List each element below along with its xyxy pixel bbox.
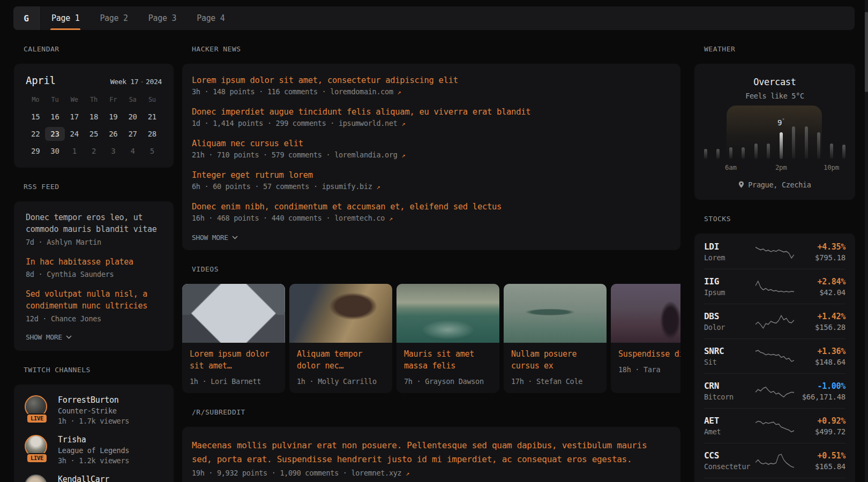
calendar-month: April	[26, 74, 56, 86]
reddit-section-label: /R/SUBREDDIT	[182, 408, 680, 416]
reddit-post-title[interactable]: Maecenas mollis pulvinar erat non posuer…	[192, 439, 671, 467]
stock-price: $66,171.48	[794, 393, 845, 401]
calendar-day: 29	[26, 144, 45, 158]
video-card[interactable]: Mauris sit amet massa felis 7h · Grayson…	[396, 284, 499, 393]
page-scrollbar-thumb[interactable]	[865, 12, 868, 92]
stock-name: Consectetur	[704, 462, 755, 471]
twitch-channel-name: KendallCarr	[58, 475, 109, 482]
stock-symbol: CCS	[704, 450, 755, 461]
twitch-channel-name: ForrestBurton	[58, 395, 129, 405]
hackernews-item-title[interactable]: Integer eget rutrum lorem	[192, 170, 671, 180]
videos-section-label: VIDEOS	[182, 265, 680, 273]
tab-page-3[interactable]: Page 3	[148, 6, 176, 30]
weather-bar	[729, 147, 732, 159]
video-card-body: Mauris sit amet massa felis 7h · Grayson…	[396, 343, 499, 393]
weather-time-label: 2pm	[775, 163, 787, 171]
stock-row[interactable]: SNRC Sit +1.36% $148.64	[704, 338, 845, 373]
calendar-day: 20	[123, 110, 142, 124]
calendar-separator: ·	[138, 78, 146, 86]
stock-change: +0.92%	[794, 416, 845, 426]
rss-item-title[interactable]: In hac habitasse platea	[26, 257, 162, 268]
calendar-day: 24	[65, 127, 84, 141]
tab-page-2[interactable]: Page 2	[100, 6, 128, 30]
dashboard-columns: CALENDAR April Week 17·2024 MoTuWeThFrSa…	[14, 30, 855, 482]
app-logo[interactable]: G	[13, 6, 39, 30]
rss-show-more-button[interactable]: SHOW MORE	[26, 333, 162, 341]
calendar-day: 1	[65, 144, 84, 158]
weather-bar	[767, 144, 770, 159]
calendar-section-label: CALENDAR	[14, 45, 174, 53]
stock-row[interactable]: DBS Dolor +1.42% $156.28	[704, 304, 845, 338]
meta-text[interactable]: 16h · 468 points · 440 comments · loremt…	[192, 214, 385, 222]
stock-change: +0.51%	[794, 451, 845, 461]
calendar-day: 15	[26, 110, 45, 124]
page-tabs: Page 1 Page 2 Page 3 Page 4	[40, 6, 225, 30]
video-thumbnail	[504, 284, 607, 343]
stock-sparkline	[755, 277, 794, 296]
hackernews-item-title[interactable]: Lorem ipsum dolor sit amet, consectetur …	[192, 76, 671, 85]
reddit-post-meta: 19h · 9,932 points · 1,090 comments · lo…	[192, 469, 671, 477]
calendar-day: 22	[26, 127, 45, 141]
rss-item-title[interactable]: Sed volutpat nulla nisl, a condimentum n…	[26, 289, 162, 312]
stock-values: +2.84% $42.04	[794, 277, 845, 297]
stock-name: Dolor	[704, 323, 755, 332]
video-card[interactable]: Suspendisse diam 18h · Tara	[611, 284, 680, 393]
hackernews-item-meta: 16h · 468 points · 440 comments · loremt…	[192, 214, 671, 222]
stock-values: +0.92% $499.72	[794, 416, 845, 436]
meta-text[interactable]: 1d · 1,414 points · 299 comments · ipsum…	[192, 119, 398, 127]
stock-row[interactable]: CRN Bitcorn -1.00% $66,171.48	[704, 373, 845, 408]
calendar-day: 17	[65, 110, 84, 124]
twitch-channel-viewers: 1h · 1.7k viewers	[58, 417, 129, 425]
meta-text[interactable]: 19h · 9,932 points · 1,090 comments · lo…	[192, 469, 401, 477]
calendar-year: 2024	[146, 78, 162, 86]
meta-text[interactable]: 21h · 710 points · 579 comments · loreml…	[192, 150, 398, 159]
external-link-icon: ↗	[398, 88, 401, 96]
hackernews-section-label: HACKER NEWS	[182, 45, 680, 53]
stock-price: $156.28	[794, 323, 845, 332]
stock-row[interactable]: CCS Consectetur +0.51% $165.84	[704, 443, 845, 478]
hackernews-show-more-button[interactable]: SHOW MORE	[192, 234, 671, 242]
twitch-channel-row[interactable]: KendallCarr	[25, 475, 163, 482]
tab-page-4[interactable]: Page 4	[197, 6, 225, 30]
tab-page-1[interactable]: Page 1	[51, 6, 79, 30]
stock-values: +4.35% $795.18	[794, 242, 845, 262]
stock-sparkline	[755, 451, 794, 470]
hackernews-item-meta: 6h · 60 points · 57 comments · ipsumify.…	[192, 182, 671, 191]
stock-change: +4.35%	[794, 242, 845, 252]
stock-row[interactable]: LDI Lorem +4.35% $795.18	[704, 235, 845, 269]
calendar-day: 3	[103, 144, 123, 158]
hackernews-item: Aliquam nec cursus elit 21h · 710 points…	[192, 139, 671, 159]
stock-row[interactable]: IIG Ipsum +2.84% $42.04	[704, 269, 845, 304]
weather-bar	[704, 149, 707, 159]
hackernews-item: Donec imperdiet augue tincidunt felis al…	[192, 107, 671, 127]
external-link-icon: ↗	[401, 120, 405, 127]
hackernews-item-title[interactable]: Donec enim nibh, condimentum et accumsan…	[192, 202, 671, 212]
twitch-section-label: TWITCH CHANNELS	[14, 366, 174, 374]
meta-text[interactable]: 3h · 148 points · 116 comments · loremdo…	[192, 87, 393, 96]
calendar-week-label: Week 17	[110, 78, 139, 86]
stock-values: +1.36% $148.64	[794, 347, 845, 366]
hackernews-item-meta: 3h · 148 points · 116 comments · loremdo…	[192, 87, 671, 96]
stock-id: SNRC Sit	[704, 346, 755, 366]
stock-sparkline	[755, 417, 794, 435]
rss-item-title[interactable]: Donec tempor eros leo, ut commodo mauris…	[26, 212, 162, 236]
hackernews-item-title[interactable]: Aliquam nec cursus elit	[192, 139, 671, 148]
show-more-label: SHOW MORE	[192, 234, 228, 242]
chevron-down-icon	[232, 236, 238, 239]
video-card-body: Nullam posuere cursus ex 17h · Stefan Co…	[504, 343, 607, 393]
hackernews-item-title[interactable]: Donec imperdiet augue tincidunt felis al…	[192, 107, 671, 117]
video-card[interactable]: Aliquam tempor dolor nec pharetra… 1h · …	[289, 284, 392, 393]
stock-name: Amet	[704, 427, 755, 436]
weather-condition: Overcast	[704, 77, 845, 87]
twitch-channel-row[interactable]: LIVE Trisha League of Legends 3h · 1.2k …	[25, 435, 163, 465]
twitch-channel-viewers: 3h · 1.2k viewers	[58, 456, 129, 465]
video-card[interactable]: Nullam posuere cursus ex 17h · Stefan Co…	[504, 284, 607, 393]
video-card[interactable]: Lorem ipsum dolor sit amet consectetu… 1…	[182, 284, 285, 393]
meta-text[interactable]: 6h · 60 points · 57 comments · ipsumify.…	[192, 182, 372, 191]
live-badge: LIVE	[26, 453, 48, 463]
twitch-channel-row[interactable]: LIVE ForrestBurton Counter-Strike 1h · 1…	[25, 395, 163, 425]
stock-row[interactable]: AET Amet +0.92% $499.72	[704, 408, 845, 443]
stock-values: +0.51% $165.84	[794, 451, 845, 471]
stock-row[interactable]: AHS +0.46%	[704, 478, 845, 482]
stock-change: +2.84%	[794, 277, 845, 287]
